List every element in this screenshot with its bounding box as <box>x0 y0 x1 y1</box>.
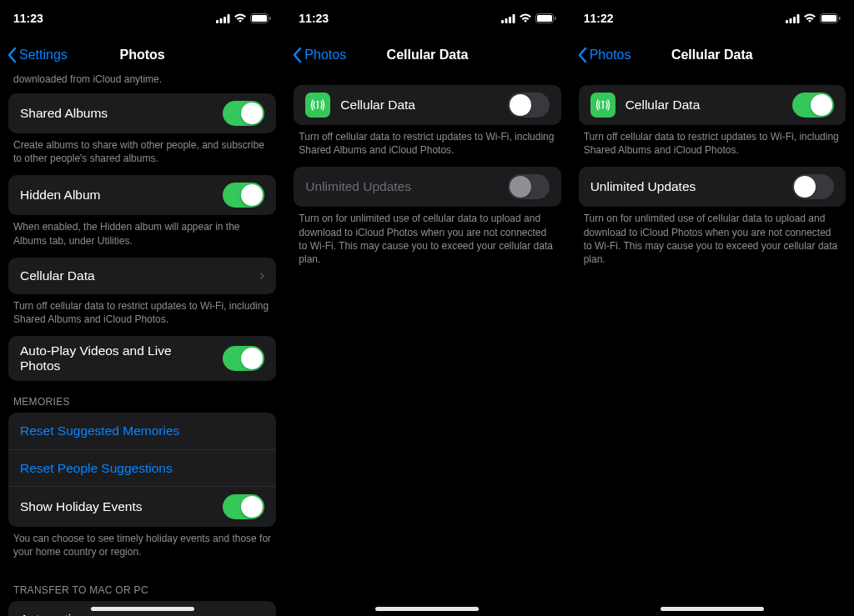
signal-icon <box>501 14 515 23</box>
hidden-album-group: Hidden Album <box>8 175 276 215</box>
back-button[interactable]: Photos <box>577 47 631 63</box>
cellular-content: Cellular Data Turn off cellular data to … <box>285 73 569 286</box>
battery-icon <box>535 13 556 23</box>
signal-icon <box>216 14 230 23</box>
unlimited-updates-desc: Turn on for unlimited use of cellular da… <box>285 207 569 276</box>
status-indicators <box>216 13 271 23</box>
cellular-data-label: Cellular Data <box>20 268 249 283</box>
panel-photos-settings: 11:23 Settings Photos downloaded from iC… <box>0 0 284 616</box>
cellular-data-desc: Turn off cellular data to restrict updat… <box>0 294 284 336</box>
cellular-data-desc: Turn off cellular data to restrict updat… <box>570 125 854 167</box>
shared-albums-label: Shared Albums <box>20 106 213 121</box>
svg-rect-2 <box>224 17 226 23</box>
svg-rect-18 <box>796 14 799 23</box>
signal-icon <box>786 14 800 23</box>
battery-icon <box>820 13 841 23</box>
status-time: 11:22 <box>584 12 614 25</box>
unlimited-updates-label: Unlimited Updates <box>305 179 497 194</box>
autoplay-label: Auto-Play Videos and Live Photos <box>20 343 213 373</box>
svg-rect-21 <box>839 17 841 20</box>
reset-memories-row[interactable]: Reset Suggested Memories <box>8 413 276 449</box>
cellular-toggle-group: Cellular Data <box>579 85 846 125</box>
status-time: 11:23 <box>299 12 329 25</box>
unlimited-group: Unlimited Updates <box>579 167 846 207</box>
nav-bar: Settings Photos <box>0 37 284 73</box>
svg-rect-7 <box>501 20 504 23</box>
unlimited-updates-label: Unlimited Updates <box>590 179 782 194</box>
hidden-album-toggle[interactable] <box>223 183 264 208</box>
back-label: Photos <box>304 48 346 63</box>
cellular-data-group: Cellular Data › <box>8 258 276 294</box>
status-bar: 11:22 <box>570 0 854 37</box>
wifi-icon <box>234 13 247 23</box>
svg-rect-5 <box>252 15 267 22</box>
cellular-content: Cellular Data Turn off cellular data to … <box>570 73 854 286</box>
status-indicators <box>786 13 841 23</box>
hidden-album-label: Hidden Album <box>20 188 213 203</box>
antenna-icon <box>590 93 615 118</box>
show-holiday-row[interactable]: Show Holiday Events <box>8 486 276 527</box>
wifi-icon <box>519 13 532 23</box>
unlimited-updates-toggle <box>508 174 550 199</box>
show-holiday-label: Show Holiday Events <box>20 499 213 514</box>
svg-rect-13 <box>555 17 556 20</box>
svg-rect-6 <box>269 17 271 20</box>
svg-rect-9 <box>509 17 511 23</box>
home-indicator[interactable] <box>375 607 479 611</box>
back-label: Settings <box>19 48 68 63</box>
back-label: Photos <box>590 48 631 63</box>
svg-rect-8 <box>505 18 507 23</box>
back-button[interactable]: Settings <box>7 47 68 63</box>
back-button[interactable]: Photos <box>292 47 346 63</box>
unlimited-updates-toggle[interactable] <box>792 174 834 199</box>
status-bar: 11:23 <box>285 0 569 37</box>
wifi-icon <box>803 13 816 23</box>
cellular-data-row[interactable]: Cellular Data › <box>8 258 276 294</box>
cellular-toggle-group: Cellular Data <box>294 85 560 125</box>
autoplay-toggle[interactable] <box>223 346 264 371</box>
show-holiday-toggle[interactable] <box>223 494 264 519</box>
battery-icon <box>250 13 271 23</box>
shared-albums-group: Shared Albums <box>8 93 276 133</box>
svg-rect-15 <box>786 20 788 23</box>
cellular-data-desc: Turn off cellular data to restrict updat… <box>285 125 569 167</box>
cellular-data-row[interactable]: Cellular Data <box>579 85 846 125</box>
svg-rect-1 <box>220 18 223 23</box>
home-indicator[interactable] <box>661 607 764 611</box>
cellular-data-label: Cellular Data <box>340 98 497 113</box>
unlimited-updates-desc: Turn on for unlimited use of cellular da… <box>570 207 854 276</box>
svg-rect-16 <box>789 18 791 23</box>
unlimited-updates-row[interactable]: Unlimited Updates <box>579 167 846 207</box>
hidden-album-desc: When enabled, the Hidden album will appe… <box>0 215 284 257</box>
unlimited-updates-row: Unlimited Updates <box>294 167 560 207</box>
chevron-left-icon <box>292 47 302 63</box>
status-bar: 11:23 <box>0 0 284 37</box>
reset-people-label: Reset People Suggestions <box>20 461 264 476</box>
status-time: 11:23 <box>13 12 43 25</box>
panel-cellular-off: 11:23 Photos Cellular Data Cellular Data… <box>284 0 569 616</box>
chevron-left-icon <box>577 47 587 63</box>
chevron-right-icon: › <box>259 267 264 284</box>
memories-header: MEMORIES <box>0 381 284 413</box>
home-indicator[interactable] <box>91 607 194 611</box>
hidden-album-row[interactable]: Hidden Album <box>8 175 276 215</box>
shared-albums-toggle[interactable] <box>223 101 264 126</box>
shared-albums-row[interactable]: Shared Albums <box>8 93 276 133</box>
svg-rect-20 <box>821 15 836 22</box>
transfer-header: TRANSFER TO MAC OR PC <box>0 569 284 601</box>
svg-rect-3 <box>228 14 230 23</box>
svg-point-14 <box>317 101 319 103</box>
memories-group: Reset Suggested Memories Reset People Su… <box>8 413 276 527</box>
cellular-data-toggle[interactable] <box>792 93 834 118</box>
holiday-desc: You can choose to see timely holiday eve… <box>0 527 284 568</box>
cellular-data-row[interactable]: Cellular Data <box>294 85 560 125</box>
status-indicators <box>501 13 556 23</box>
chevron-left-icon <box>7 47 17 63</box>
cellular-data-toggle[interactable] <box>508 93 550 118</box>
autoplay-row[interactable]: Auto-Play Videos and Live Photos <box>8 336 276 381</box>
svg-rect-12 <box>537 15 552 22</box>
svg-rect-10 <box>512 14 515 23</box>
reset-memories-label: Reset Suggested Memories <box>20 423 264 438</box>
antenna-icon <box>305 93 330 118</box>
reset-people-row[interactable]: Reset People Suggestions <box>8 449 276 486</box>
